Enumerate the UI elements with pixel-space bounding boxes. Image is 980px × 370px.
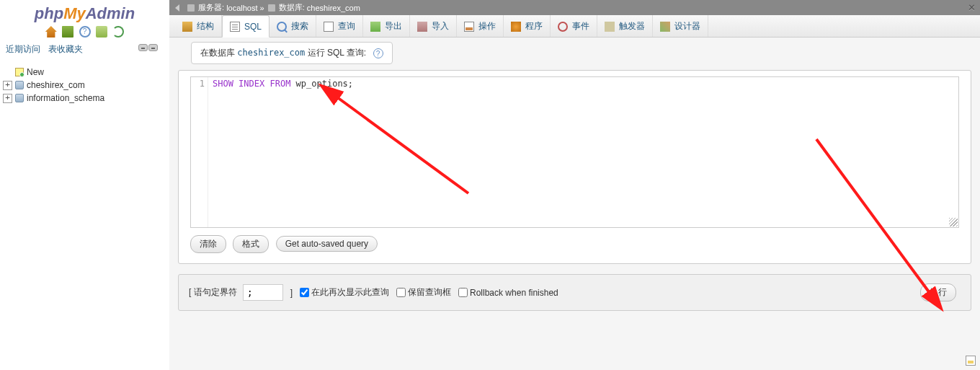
tab-label: SQL [244,22,262,32]
retain-checkbox[interactable] [396,288,406,297]
tab-label: 搜索 [291,20,308,32]
tab-label: 触发器 [619,20,645,32]
help-icon[interactable] [373,48,383,58]
tab-label: 结构 [197,20,214,32]
sql-icon [230,22,240,32]
new-db-icon [15,68,24,76]
collapse-icon[interactable] [138,44,148,51]
tab-label: 操作 [478,20,496,32]
server-label: 服务器: [198,2,224,13]
logo-part-my: My [63,4,86,22]
console-toggle-icon[interactable] [966,356,976,366]
tree-item-db2[interactable]: + information_schema [3,92,166,105]
query-icon [324,22,334,32]
sql-editor[interactable]: 1 SHOW INDEX FROM wp_options; [190,76,959,228]
sidebar-toolbar [0,25,169,42]
structure-icon [182,22,192,32]
tab-label: 设计器 [674,20,700,32]
import-icon [417,22,427,32]
show-again-checkbox[interactable] [300,288,309,297]
sql-table: wp_options; [290,79,353,89]
editor-buttons: 清除 格式 Get auto-saved query [179,235,971,263]
sql-panel: 1 SHOW INDEX FROM wp_options; 清除 格式 Get … [178,70,971,264]
breadcrumb-sep: » [260,4,264,12]
sql-header-suffix: 运行 SQL 查询: [308,48,367,58]
tree-label: information_schema [27,93,104,103]
logo-part-php: php [35,4,63,22]
sql-footer: [ 语句定界符 ] 在此再次显示此查询 保留查询框 Rollback when … [178,274,971,311]
tree-item-db1[interactable]: + cheshirex_com [3,79,166,92]
favorites-link[interactable]: 表收藏夹 [48,44,83,54]
db-label: 数据库: [279,2,305,13]
collapse-controls [138,43,158,53]
database-icon [15,94,24,102]
docs-icon[interactable] [96,26,107,38]
sql-header-prefix: 在数据库 [200,48,235,58]
tab-label: 导入 [432,20,449,32]
retain-label: 保留查询框 [408,286,451,299]
server-value[interactable]: localhost [226,4,257,12]
db-value[interactable]: cheshirex_com [307,4,360,12]
triggers-icon [605,22,615,32]
tab-label: 事件 [572,20,589,32]
search-icon [277,22,287,32]
home-icon[interactable] [45,26,57,38]
tabs: 结构 SQL 搜索 查询 导出 导入 操作 程序 事件 触发器 设计器 [169,15,980,38]
events-icon [558,22,568,32]
sql-header-db: cheshirex_com [237,48,305,58]
tab-search[interactable]: 搜索 [270,15,316,37]
link-icon[interactable] [148,44,158,51]
tab-triggers[interactable]: 触发器 [597,15,653,37]
sql-keyword: SHOW INDEX FROM [213,79,290,89]
help-icon[interactable] [79,26,91,38]
clear-button[interactable]: 清除 [190,235,226,253]
go-button[interactable]: 执行 [920,283,956,301]
tab-routines[interactable]: 程序 [504,15,551,37]
database-icon [15,81,24,89]
tab-label: 导出 [385,20,402,32]
delimiter-label: [ 语句定界符 [189,286,237,299]
tab-import[interactable]: 导入 [410,15,457,37]
editor-content[interactable]: SHOW INDEX FROM wp_options; [208,77,958,227]
show-again-label: 在此再次显示此查询 [311,286,389,299]
tab-label: 查询 [338,20,355,32]
tab-operations[interactable]: 操作 [457,15,504,37]
autosaved-button[interactable]: Get auto-saved query [276,236,378,252]
operations-icon [464,22,474,32]
logout-icon[interactable] [62,26,74,38]
recent-link[interactable]: 近期访问 [6,44,40,54]
format-button[interactable]: 格式 [233,235,269,253]
close-icon[interactable]: ✕ [968,2,976,13]
tree-label: New [27,67,44,77]
sidebar: phpMyAdmin 近期访问 表收藏夹 New + cheshirex_com… [0,0,169,370]
delimiter-input[interactable] [243,284,283,301]
routines-icon [511,22,521,32]
line-number: 1 [200,79,205,89]
tab-query[interactable]: 查询 [316,15,363,37]
tree-label: cheshirex_com [27,80,85,90]
logo-part-admin: Admin [86,4,135,22]
sidebar-nav-links: 近期访问 表收藏夹 [0,42,169,58]
db-tree: New + cheshirex_com + information_schema [0,58,169,112]
tab-designer[interactable]: 设计器 [653,15,708,37]
bracket-close: ] [290,288,293,298]
editor-gutter: 1 [191,77,208,227]
expand-icon[interactable]: + [3,81,12,90]
page-content: 在数据库 cheshirex_com 运行 SQL 查询: 1 SHOW IND… [169,38,980,321]
expand-icon[interactable]: + [3,94,12,103]
back-icon[interactable] [175,4,179,12]
rollback-checkbox[interactable] [458,288,468,297]
main-area: 服务器: localhost » 数据库: cheshirex_com ✕ 结构… [169,0,980,370]
tree-item-new[interactable]: New [3,66,166,79]
tab-label: 程序 [525,20,543,32]
breadcrumb: 服务器: localhost » 数据库: cheshirex_com ✕ [169,0,980,15]
logo[interactable]: phpMyAdmin [0,0,169,25]
tab-events[interactable]: 事件 [551,15,597,37]
resize-handle-icon[interactable] [949,218,958,226]
sql-header: 在数据库 cheshirex_com 运行 SQL 查询: [191,42,393,64]
server-icon [187,4,195,12]
reload-icon[interactable] [112,26,124,38]
tab-export[interactable]: 导出 [363,15,410,37]
tab-structure[interactable]: 结构 [175,15,222,37]
tab-sql[interactable]: SQL [222,15,270,38]
